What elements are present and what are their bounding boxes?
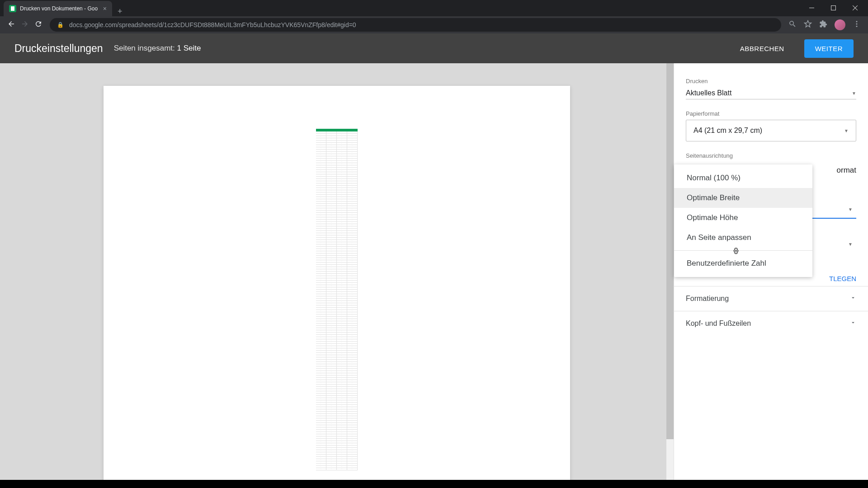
chevron-down-icon bbox=[850, 295, 856, 303]
scale-option-normal[interactable]: Normal (100 %) bbox=[674, 168, 812, 188]
paper-format-label: Papierformat bbox=[686, 110, 856, 117]
scale-option-fit-page[interactable]: An Seite anpassen bbox=[674, 228, 812, 248]
reload-button[interactable] bbox=[34, 20, 42, 30]
print-preview: ········································… bbox=[0, 63, 674, 481]
bookmark-icon[interactable] bbox=[804, 20, 812, 30]
new-tab-button[interactable]: + bbox=[112, 7, 128, 16]
page-title: Druckeinstellungen bbox=[14, 42, 103, 55]
sheet-content-preview: ········································… bbox=[316, 129, 358, 470]
scale-option-fit-width[interactable]: Optimale Breite bbox=[674, 188, 812, 208]
url-input[interactable]: 🔒 docs.google.com/spreadsheets/d/1cz3cDU… bbox=[50, 18, 781, 32]
chevron-down-icon: ▼ bbox=[852, 91, 856, 96]
chevron-down-icon: ▼ bbox=[844, 128, 849, 133]
print-target-select[interactable]: Aktuelles Blatt ▼ bbox=[686, 87, 856, 99]
svg-point-1 bbox=[856, 21, 858, 22]
headers-footers-section[interactable]: Kopf- und Fußzeilen bbox=[674, 311, 868, 336]
browser-tabstrip: Drucken von Dokumenten - Goo × + bbox=[0, 0, 868, 16]
tab-title: Drucken von Dokumenten - Goo bbox=[20, 5, 98, 12]
close-tab-icon[interactable]: × bbox=[103, 5, 107, 12]
window-maximize-button[interactable] bbox=[823, 1, 844, 14]
scale-option-custom[interactable]: Benutzerdefinierte Zahl bbox=[674, 253, 812, 273]
chevron-down-icon: ▼ bbox=[848, 207, 853, 212]
print-settings-sidebar: Drucken Aktuelles Blatt ▼ Papierformat A… bbox=[674, 63, 868, 481]
page-count: Seiten insgesamt: 1 Seite bbox=[114, 44, 201, 53]
chevron-down-icon bbox=[850, 319, 856, 328]
bottom-bar bbox=[0, 480, 868, 488]
preview-scrollbar[interactable] bbox=[666, 63, 674, 481]
next-button[interactable]: WEITER bbox=[804, 39, 854, 58]
profile-avatar[interactable] bbox=[835, 19, 845, 30]
cancel-button[interactable]: ABBRECHEN bbox=[731, 40, 793, 57]
zoom-icon[interactable] bbox=[788, 20, 797, 30]
print-target-label: Drucken bbox=[686, 78, 856, 84]
url-text: docs.google.com/spreadsheets/d/1cz3cDUFS… bbox=[69, 21, 356, 28]
forward-button[interactable] bbox=[21, 20, 29, 30]
lock-icon: 🔒 bbox=[57, 22, 64, 28]
menu-icon[interactable] bbox=[853, 20, 861, 30]
preview-page: ········································… bbox=[104, 86, 570, 481]
formatting-section[interactable]: Formatierung bbox=[674, 286, 868, 311]
svg-rect-0 bbox=[831, 5, 835, 10]
browser-addressbar: 🔒 docs.google.com/spreadsheets/d/1cz3cDU… bbox=[0, 16, 868, 33]
scale-option-fit-height[interactable]: Optimale Höhe bbox=[674, 208, 812, 228]
svg-point-2 bbox=[856, 23, 858, 25]
scale-dropdown-menu: Normal (100 %) Optimale Breite Optimale … bbox=[674, 164, 812, 277]
orientation-label: Seitenausrichtung bbox=[686, 152, 856, 159]
paper-format-select[interactable]: A4 (21 cm x 29,7 cm) ▼ bbox=[686, 120, 856, 141]
sheets-favicon-icon bbox=[9, 5, 16, 12]
chevron-down-icon: ▼ bbox=[848, 242, 853, 247]
print-settings-header: Druckeinstellungen Seiten insgesamt: 1 S… bbox=[0, 33, 868, 63]
browser-tab[interactable]: Drucken von Dokumenten - Goo × bbox=[4, 1, 112, 16]
back-button[interactable] bbox=[7, 20, 15, 30]
window-minimize-button[interactable] bbox=[801, 1, 822, 14]
window-close-button[interactable] bbox=[844, 1, 865, 14]
svg-point-3 bbox=[856, 26, 858, 27]
extensions-icon[interactable] bbox=[819, 20, 827, 30]
